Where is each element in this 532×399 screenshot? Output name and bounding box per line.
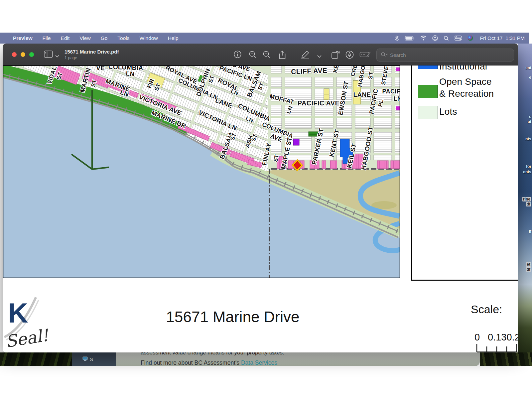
close-button[interactable] <box>12 52 17 57</box>
minimize-button[interactable] <box>21 52 25 57</box>
data-services-link[interactable]: Data Services <box>241 359 277 366</box>
search-field[interactable]: Search <box>376 49 514 62</box>
bluetooth-icon[interactable] <box>395 36 399 41</box>
search-placeholder: Search <box>390 52 406 58</box>
scale-label: Scale: <box>471 303 502 316</box>
menu-item-edit[interactable]: Edit <box>56 35 75 41</box>
background-browser-window[interactable]: S assessment value change means for your… <box>72 352 480 366</box>
park-block-2 <box>309 134 317 136</box>
street-label: PACIFIC <box>382 88 400 95</box>
desktop-icon-label-fragment: et <box>526 262 531 267</box>
scale-values: 0.130.2 <box>488 332 518 343</box>
window-title: 15671 Marine Drive.pdf <box>65 49 119 55</box>
window-subtitle: 1 page <box>65 56 77 60</box>
desktop-icon-label-fragment: df <box>526 202 531 206</box>
form-fill-icon[interactable] <box>359 51 371 60</box>
preview-window: 15671 Marine Drive.pdf 1 page <box>3 44 518 352</box>
desktop-icon-label-fragment: ents <box>523 170 531 174</box>
control-center-icon[interactable] <box>455 36 462 41</box>
desktop-icon-label-fragment: nts <box>525 137 531 141</box>
legend-swatch-open-space <box>418 85 438 98</box>
browser-text-line2: Find out more about BC Assessment's Data… <box>141 359 277 366</box>
browser-tab-icon <box>82 356 88 362</box>
toolbar-divider <box>314 50 314 59</box>
desktop-icon-label-fragment: df <box>526 267 531 272</box>
legend-label-open-space-1: Open Space <box>439 76 492 87</box>
zoom-out-icon[interactable] <box>249 51 257 60</box>
street-label: LN <box>394 95 400 102</box>
wallpaper-bottom-left <box>0 352 72 366</box>
share-icon[interactable] <box>279 51 286 61</box>
menu-item-tools[interactable]: Tools <box>112 35 134 41</box>
wallpaper-bottom-right <box>480 352 532 366</box>
legend-swatch-lots <box>418 106 438 119</box>
desktop-icon-label-fragment: s <box>529 114 531 119</box>
legend-label-open-space-2: & Recreation <box>439 88 494 99</box>
siri-icon[interactable] <box>467 35 473 41</box>
street-label: ST <box>367 71 375 80</box>
markup-icon[interactable] <box>300 51 310 61</box>
street-label: PACIFIC AVE <box>298 99 339 107</box>
desktop-icon-label-fragment: lf <box>529 229 531 234</box>
scale-zero: 0 <box>472 332 482 343</box>
account-icon[interactable] <box>432 35 438 41</box>
map-legend: Institutional Open Space & Recreation Lo… <box>411 65 518 281</box>
browser-tab[interactable]: S <box>72 352 116 366</box>
logo-letter: K <box>8 297 28 329</box>
chevron-down-icon[interactable] <box>317 53 322 59</box>
street-label: LANE <box>353 91 371 98</box>
menu-bar: PreviewFileEditViewGoToolsWindowHelp Fri… <box>0 33 529 44</box>
browser-text-line1: assessment value change means for your p… <box>141 352 284 356</box>
screen: PreviewFileEditViewGoToolsWindowHelp Fri… <box>0 0 532 399</box>
street-label: PL <box>377 99 385 107</box>
search-icon <box>381 52 388 58</box>
street-label: CLIFF AVE <box>291 66 328 75</box>
wifi-icon[interactable] <box>420 36 427 41</box>
street-label: VE <box>96 65 105 71</box>
map-canvas: VECOLUMBIALNVIDALSTMARTINSTMARINELNVICTO… <box>3 65 400 278</box>
menu-items: PreviewFileEditViewGoToolsWindowHelp <box>8 35 184 41</box>
status-icons: Fri Oct 17 1:31 PM <box>395 35 525 41</box>
scale-ruler <box>474 343 518 352</box>
spotlight-icon[interactable] <box>444 36 449 41</box>
rotate-icon[interactable] <box>331 51 340 61</box>
menu-item-preview[interactable]: Preview <box>8 35 38 41</box>
window-titlebar: 15671 Marine Drive.pdf 1 page <box>3 44 518 66</box>
sign-icon[interactable] <box>345 51 354 60</box>
menu-item-file[interactable]: File <box>38 35 56 41</box>
desktop-icon-label-fragment: rine <box>522 197 531 201</box>
street-label: LN <box>126 70 135 78</box>
desktop-icon-label-fragment: ot <box>528 119 531 124</box>
sidebar-chevron-icon[interactable] <box>55 53 59 59</box>
battery-icon[interactable] <box>405 36 415 41</box>
menu-item-view[interactable]: View <box>74 35 95 41</box>
browser-tab-label: S <box>90 356 93 362</box>
zoom-in-icon[interactable] <box>263 51 271 60</box>
sidebar-toggle-icon[interactable] <box>44 51 53 59</box>
menu-clock[interactable]: Fri Oct 17 1:31 PM <box>480 35 525 41</box>
menu-item-window[interactable]: Window <box>135 35 163 41</box>
desktop-wallpaper: entesotntsforentsrinedflfetdf <box>518 44 532 352</box>
desktop-icon-label-fragment: ent <box>525 66 531 70</box>
desktop-icon-label-fragment: for <box>526 164 531 169</box>
purple-block <box>293 139 299 145</box>
desktop-icon-label-fragment: e <box>529 75 531 80</box>
legend-label-lots: Lots <box>439 106 457 117</box>
fullscreen-button[interactable] <box>29 52 34 57</box>
pdf-page-title: 15671 Marine Drive <box>140 308 326 326</box>
menu-item-go[interactable]: Go <box>96 35 113 41</box>
menu-item-help[interactable]: Help <box>163 35 184 41</box>
info-icon[interactable] <box>234 51 241 60</box>
